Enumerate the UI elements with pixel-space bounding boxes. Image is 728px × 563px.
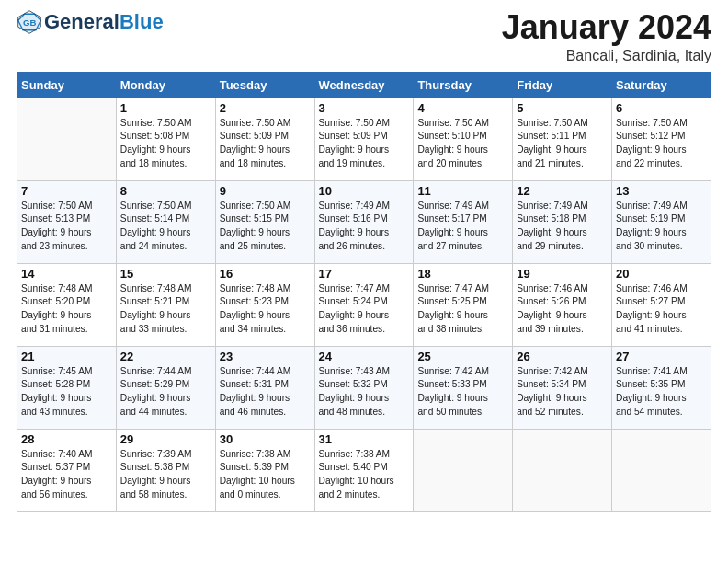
col-tuesday: Tuesday — [215, 72, 314, 98]
table-row: 9Sunrise: 7:50 AMSunset: 5:15 PMDaylight… — [215, 180, 314, 263]
logo-icon: GB — [17, 9, 42, 35]
day-number: 9 — [220, 184, 311, 198]
day-number: 5 — [517, 101, 608, 115]
day-number: 30 — [220, 432, 311, 446]
day-number: 4 — [417, 101, 508, 115]
day-info: Sunrise: 7:43 AMSunset: 5:32 PMDaylight:… — [319, 365, 410, 419]
month-title: January 2024 — [502, 9, 711, 46]
day-info: Sunrise: 7:44 AMSunset: 5:31 PMDaylight:… — [220, 365, 311, 419]
day-info: Sunrise: 7:39 AMSunset: 5:38 PMDaylight:… — [120, 448, 211, 502]
table-row: 31Sunrise: 7:38 AMSunset: 5:40 PMDayligh… — [314, 429, 414, 511]
day-info: Sunrise: 7:50 AMSunset: 5:12 PMDaylight:… — [616, 117, 707, 171]
header: GB GeneralBlue January 2024 Bancali, Sar… — [17, 9, 711, 64]
day-info: Sunrise: 7:46 AMSunset: 5:27 PMDaylight:… — [616, 282, 707, 337]
svg-text:GB: GB — [23, 17, 36, 28]
day-number: 16 — [220, 267, 311, 281]
day-number: 6 — [616, 101, 707, 115]
logo-blue: Blue — [119, 12, 164, 32]
day-info: Sunrise: 7:50 AMSunset: 5:15 PMDaylight:… — [220, 200, 311, 254]
table-row — [17, 98, 117, 180]
day-number: 28 — [21, 432, 112, 446]
location-title: Bancali, Sardinia, Italy — [502, 48, 711, 64]
day-info: Sunrise: 7:50 AMSunset: 5:10 PMDaylight:… — [417, 117, 508, 171]
table-row: 10Sunrise: 7:49 AMSunset: 5:16 PMDayligh… — [314, 180, 414, 263]
day-info: Sunrise: 7:48 AMSunset: 5:20 PMDaylight:… — [21, 282, 112, 337]
table-row: 16Sunrise: 7:48 AMSunset: 5:23 PMDayligh… — [215, 263, 314, 346]
day-number: 8 — [120, 184, 211, 198]
table-row: 19Sunrise: 7:46 AMSunset: 5:26 PMDayligh… — [513, 263, 612, 346]
day-number: 7 — [21, 184, 112, 198]
day-number: 13 — [616, 184, 707, 198]
day-info: Sunrise: 7:42 AMSunset: 5:34 PMDaylight:… — [517, 365, 608, 419]
day-info: Sunrise: 7:46 AMSunset: 5:26 PMDaylight:… — [517, 282, 608, 337]
day-number: 22 — [120, 350, 211, 363]
day-info: Sunrise: 7:49 AMSunset: 5:17 PMDaylight:… — [417, 200, 508, 254]
day-info: Sunrise: 7:49 AMSunset: 5:19 PMDaylight:… — [616, 200, 707, 254]
table-row: 29Sunrise: 7:39 AMSunset: 5:38 PMDayligh… — [116, 429, 215, 511]
day-info: Sunrise: 7:50 AMSunset: 5:08 PMDaylight:… — [120, 117, 211, 171]
logo: GB GeneralBlue — [17, 9, 164, 35]
day-info: Sunrise: 7:45 AMSunset: 5:28 PMDaylight:… — [21, 365, 112, 419]
table-row: 6Sunrise: 7:50 AMSunset: 5:12 PMDaylight… — [612, 98, 711, 180]
table-row: 28Sunrise: 7:40 AMSunset: 5:37 PMDayligh… — [17, 429, 117, 511]
day-number: 17 — [319, 267, 410, 281]
col-wednesday: Wednesday — [314, 72, 414, 98]
table-row — [414, 429, 513, 511]
day-info: Sunrise: 7:50 AMSunset: 5:09 PMDaylight:… — [319, 117, 410, 171]
day-info: Sunrise: 7:41 AMSunset: 5:35 PMDaylight:… — [616, 365, 707, 419]
day-info: Sunrise: 7:38 AMSunset: 5:39 PMDaylight:… — [220, 448, 311, 502]
table-row: 8Sunrise: 7:50 AMSunset: 5:14 PMDaylight… — [116, 180, 215, 263]
day-number: 23 — [220, 350, 311, 363]
table-row: 24Sunrise: 7:43 AMSunset: 5:32 PMDayligh… — [314, 346, 414, 429]
calendar-week-row: 28Sunrise: 7:40 AMSunset: 5:37 PMDayligh… — [17, 429, 711, 511]
day-info: Sunrise: 7:49 AMSunset: 5:16 PMDaylight:… — [319, 200, 410, 254]
page: GB GeneralBlue January 2024 Bancali, Sar… — [0, 0, 728, 563]
table-row: 1Sunrise: 7:50 AMSunset: 5:08 PMDaylight… — [116, 98, 215, 180]
table-row: 30Sunrise: 7:38 AMSunset: 5:39 PMDayligh… — [215, 429, 314, 511]
table-row: 13Sunrise: 7:49 AMSunset: 5:19 PMDayligh… — [612, 180, 711, 263]
table-row: 11Sunrise: 7:49 AMSunset: 5:17 PMDayligh… — [414, 180, 513, 263]
calendar-header-row: Sunday Monday Tuesday Wednesday Thursday… — [17, 72, 711, 98]
calendar-week-row: 21Sunrise: 7:45 AMSunset: 5:28 PMDayligh… — [17, 346, 711, 429]
day-info: Sunrise: 7:38 AMSunset: 5:40 PMDaylight:… — [319, 448, 410, 502]
day-info: Sunrise: 7:50 AMSunset: 5:13 PMDaylight:… — [21, 200, 112, 254]
day-number: 2 — [220, 101, 311, 115]
day-info: Sunrise: 7:48 AMSunset: 5:21 PMDaylight:… — [120, 282, 211, 337]
calendar-week-row: 7Sunrise: 7:50 AMSunset: 5:13 PMDaylight… — [17, 180, 711, 263]
day-number: 25 — [417, 350, 508, 363]
table-row — [612, 429, 711, 511]
table-row: 15Sunrise: 7:48 AMSunset: 5:21 PMDayligh… — [116, 263, 215, 346]
day-number: 27 — [616, 350, 707, 363]
day-info: Sunrise: 7:48 AMSunset: 5:23 PMDaylight:… — [220, 282, 311, 337]
table-row: 25Sunrise: 7:42 AMSunset: 5:33 PMDayligh… — [414, 346, 513, 429]
day-number: 20 — [616, 267, 707, 281]
table-row: 4Sunrise: 7:50 AMSunset: 5:10 PMDaylight… — [414, 98, 513, 180]
table-row: 18Sunrise: 7:47 AMSunset: 5:25 PMDayligh… — [414, 263, 513, 346]
table-row: 7Sunrise: 7:50 AMSunset: 5:13 PMDaylight… — [17, 180, 117, 263]
day-info: Sunrise: 7:49 AMSunset: 5:18 PMDaylight:… — [517, 200, 608, 254]
calendar-week-row: 14Sunrise: 7:48 AMSunset: 5:20 PMDayligh… — [17, 263, 711, 346]
calendar-table: Sunday Monday Tuesday Wednesday Thursday… — [17, 72, 711, 512]
day-info: Sunrise: 7:50 AMSunset: 5:11 PMDaylight:… — [517, 117, 608, 171]
day-number: 19 — [517, 267, 608, 281]
day-number: 15 — [120, 267, 211, 281]
col-friday: Friday — [513, 72, 612, 98]
table-row: 26Sunrise: 7:42 AMSunset: 5:34 PMDayligh… — [513, 346, 612, 429]
table-row: 12Sunrise: 7:49 AMSunset: 5:18 PMDayligh… — [513, 180, 612, 263]
day-number: 31 — [319, 432, 410, 446]
table-row: 3Sunrise: 7:50 AMSunset: 5:09 PMDaylight… — [314, 98, 414, 180]
col-monday: Monday — [116, 72, 215, 98]
logo-area: GB GeneralBlue — [17, 9, 164, 35]
day-number: 18 — [417, 267, 508, 281]
day-number: 10 — [319, 184, 410, 198]
logo-general: General — [44, 12, 119, 32]
table-row: 14Sunrise: 7:48 AMSunset: 5:20 PMDayligh… — [17, 263, 117, 346]
day-info: Sunrise: 7:40 AMSunset: 5:37 PMDaylight:… — [21, 448, 112, 502]
day-number: 29 — [120, 432, 211, 446]
day-info: Sunrise: 7:42 AMSunset: 5:33 PMDaylight:… — [417, 365, 508, 419]
day-info: Sunrise: 7:44 AMSunset: 5:29 PMDaylight:… — [120, 365, 211, 419]
day-info: Sunrise: 7:50 AMSunset: 5:09 PMDaylight:… — [220, 117, 311, 171]
day-number: 26 — [517, 350, 608, 363]
table-row: 20Sunrise: 7:46 AMSunset: 5:27 PMDayligh… — [612, 263, 711, 346]
title-area: January 2024 Bancali, Sardinia, Italy — [502, 9, 711, 64]
